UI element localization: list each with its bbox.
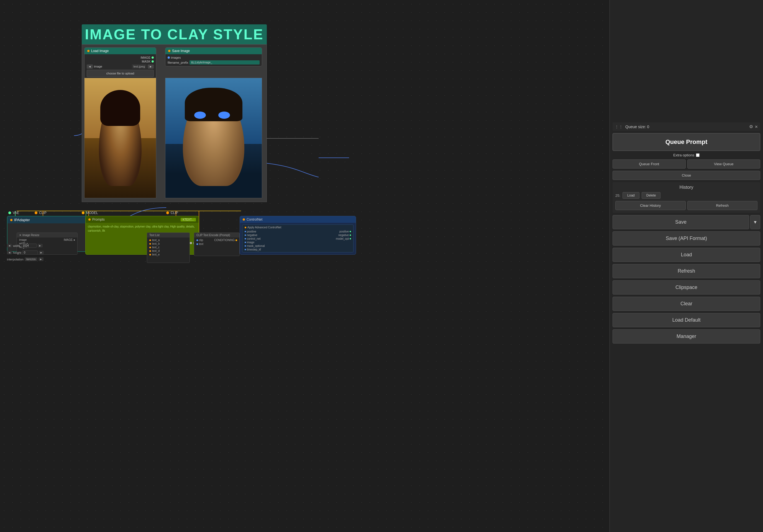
history-load-btn[interactable]: Load bbox=[622, 192, 639, 199]
interpolation-next-btn[interactable]: ► bbox=[39, 257, 44, 261]
interpolation-value: lanczos bbox=[25, 257, 38, 261]
text-in-dot bbox=[196, 243, 198, 245]
textlist-dot-c bbox=[149, 247, 151, 248]
clip2-connector: CLIP bbox=[166, 211, 178, 215]
vae-dot bbox=[8, 212, 11, 214]
node-load-image: Load Image IMAGE MASK ◄ image test.jpeg … bbox=[84, 47, 156, 79]
clay-hair bbox=[185, 88, 243, 121]
refresh-history-btn[interactable]: Refresh bbox=[687, 201, 758, 210]
textlist-item-d: text_d bbox=[149, 249, 187, 252]
cn-negative-out: negative bbox=[336, 233, 351, 237]
node-clip-encode: CLIP Text Encode (Prompt) clip CONDITION… bbox=[194, 232, 240, 256]
textlist-dot-e bbox=[149, 254, 151, 255]
load-btn[interactable]: Load bbox=[612, 248, 760, 262]
clip-dot bbox=[35, 212, 38, 214]
width-input[interactable] bbox=[21, 243, 37, 248]
cond-out-dot bbox=[236, 239, 237, 241]
textlist-item-b: text_b bbox=[149, 242, 187, 245]
cn-image-in: image bbox=[245, 241, 265, 244]
cn-pos-dot bbox=[245, 231, 246, 232]
view-queue-btn[interactable]: View Queue bbox=[687, 159, 760, 169]
clip2-label: CLIP bbox=[171, 211, 178, 215]
text-input-row: text bbox=[196, 242, 237, 245]
queue-size-label: Queue size: 0 bbox=[625, 125, 649, 129]
positive-badge: KTEXT... bbox=[181, 218, 196, 222]
textlist-label-d: text_d bbox=[152, 249, 160, 252]
model-dot bbox=[82, 212, 84, 214]
cn-positive-in: positive bbox=[245, 230, 265, 233]
gear-icon[interactable]: ⚙ bbox=[749, 124, 753, 129]
cn-img-label: image bbox=[247, 241, 254, 244]
close-icon[interactable]: ✕ bbox=[755, 125, 758, 129]
filename-label: filename_prefix bbox=[167, 61, 188, 64]
textlist-label-a: text_a bbox=[152, 238, 160, 242]
cn-neg-label: negative bbox=[247, 233, 258, 237]
cn-time-label: timestep_kf bbox=[247, 248, 261, 251]
history-footer: Clear History Refresh bbox=[615, 201, 757, 210]
extra-options-row: Extra options bbox=[612, 153, 760, 157]
save-btn[interactable]: Save bbox=[612, 215, 749, 229]
cn-model-out-dot bbox=[350, 238, 351, 239]
interpolation-label: interpolation bbox=[7, 258, 24, 261]
resize-image-row: image IMAGE ● bbox=[19, 238, 75, 241]
controlnet-dot bbox=[243, 219, 245, 221]
output-mask-row: MASK bbox=[87, 60, 154, 63]
width-prev-btn[interactable]: ◄ bbox=[7, 244, 12, 247]
textlist-dot-d bbox=[149, 250, 151, 252]
clipspace-btn[interactable]: Clipspace bbox=[612, 280, 760, 295]
apply-header: Apply Advanced ControlNet bbox=[245, 226, 351, 229]
cn-control-net-in: control_net bbox=[245, 237, 265, 240]
image-next-btn[interactable]: ► bbox=[148, 64, 154, 69]
history-delete-btn[interactable]: Delete bbox=[642, 192, 661, 199]
save-api-btn[interactable]: Save (API Format) bbox=[612, 231, 760, 245]
conditioning-label: CONDITIONING bbox=[214, 238, 235, 242]
cn-ctrl-label: control_net bbox=[247, 237, 261, 240]
height-next-btn[interactable]: ► bbox=[39, 251, 44, 254]
extra-options-checkbox[interactable] bbox=[696, 153, 700, 157]
resize-title: Image Resize bbox=[23, 233, 39, 237]
manager-btn[interactable]: Manager bbox=[612, 329, 760, 343]
clip-title: CLIP Text Encode (Prompt) bbox=[196, 233, 230, 237]
height-input[interactable] bbox=[23, 250, 38, 255]
queue-prompt-btn[interactable]: Queue Prompt bbox=[612, 133, 760, 151]
right-panel: ⋮⋮ Queue size: 0 ⚙ ✕ Queue Prompt Extra … bbox=[609, 0, 763, 532]
hair bbox=[100, 90, 140, 126]
clear-history-btn[interactable]: Clear History bbox=[615, 201, 686, 210]
textlist-dot-b bbox=[149, 243, 151, 245]
clip-connector: CLIP bbox=[35, 211, 47, 215]
apply-dot bbox=[245, 227, 246, 228]
queue-action-row: Queue Front View Queue bbox=[612, 159, 760, 169]
cn-neg-out-label: negative bbox=[338, 233, 349, 237]
save-input-row: images bbox=[167, 56, 260, 59]
text-in-label: text bbox=[199, 242, 203, 245]
save-arrow-btn[interactable]: ▼ bbox=[750, 215, 760, 229]
queue-header: ⋮⋮ Queue size: 0 ⚙ ✕ bbox=[612, 122, 760, 131]
queue-front-btn[interactable]: Queue Front bbox=[612, 159, 686, 169]
textlist-title: Text List bbox=[149, 233, 160, 237]
controlnet-ports: positive negative control_net image bbox=[245, 230, 351, 251]
textlist-label-c: text_c bbox=[152, 246, 160, 249]
save-row: Save ▼ bbox=[612, 215, 760, 229]
image-prev-btn[interactable]: ◄ bbox=[87, 64, 93, 69]
ipadapter-title: IPAdapter bbox=[14, 218, 30, 222]
load-default-btn[interactable]: Load Default bbox=[612, 313, 760, 327]
controlnet-outputs: positive negative model_opt bbox=[336, 230, 351, 251]
refresh-btn[interactable]: Refresh bbox=[612, 264, 760, 278]
close-btn[interactable]: Close bbox=[612, 171, 760, 180]
close-row: Close bbox=[612, 171, 760, 180]
original-image-panel bbox=[84, 78, 156, 198]
queue-header-left: ⋮⋮ Queue size: 0 bbox=[615, 125, 649, 129]
cn-time-dot bbox=[245, 249, 246, 250]
clear-btn[interactable]: Clear bbox=[612, 297, 760, 311]
save-image-header: Save Image bbox=[165, 47, 262, 54]
prompt-header: Prompts KTEXT... bbox=[86, 216, 199, 223]
height-prev-btn[interactable]: ◄ bbox=[7, 251, 12, 254]
upload-btn[interactable]: choose file to upload bbox=[87, 70, 154, 77]
filename-input[interactable] bbox=[189, 60, 260, 64]
interpolation-row: interpolation lanczos ► bbox=[7, 257, 44, 261]
clip-input-row: clip CONDITIONING bbox=[196, 238, 237, 242]
cn-mask-dot bbox=[245, 245, 246, 247]
width-next-btn[interactable]: ► bbox=[38, 244, 43, 247]
load-image-header: Load Image bbox=[84, 47, 156, 54]
frame-title: IMAGE TO CLAY STYLE bbox=[85, 26, 264, 43]
